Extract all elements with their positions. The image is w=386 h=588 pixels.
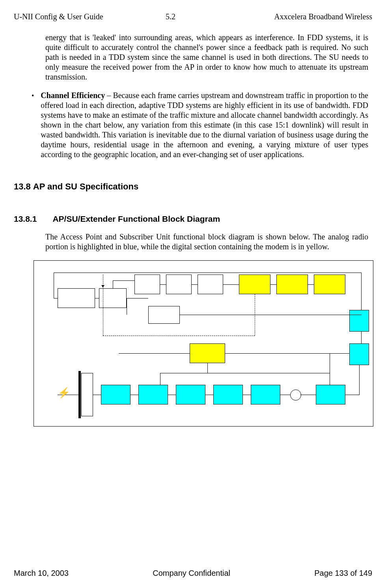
block-cyan xyxy=(138,385,168,404)
footer-left: March 10, 2003 xyxy=(14,568,69,578)
block xyxy=(134,275,160,294)
footer-center: Company Confidential xyxy=(153,568,230,578)
block xyxy=(166,275,192,294)
header-right: Axxcelera Broadband Wireless xyxy=(274,12,372,22)
connector-bar xyxy=(78,371,81,418)
bullet-channel-efficiency: • Channel Efficiency – Because each fram… xyxy=(32,91,368,160)
block-tall xyxy=(81,373,93,416)
block-cyan xyxy=(251,385,280,404)
block xyxy=(198,275,223,294)
page-footer: March 10, 2003 Company Confidential Page… xyxy=(14,568,372,578)
block xyxy=(148,306,180,324)
block-cyan xyxy=(213,385,243,404)
block-diagram: ⚡ xyxy=(34,260,373,427)
block-cyan xyxy=(316,385,345,404)
subsection-heading-13-8-1: 13.8.1 AP/SU/Extender Functional Block D… xyxy=(14,214,372,224)
bolt-icon: ⚡ xyxy=(58,387,70,400)
bullet-lead: Channel Efficiency xyxy=(41,91,105,100)
block-cyan xyxy=(101,385,131,404)
circle-node xyxy=(290,390,301,401)
block-yellow xyxy=(190,343,225,363)
subsection-title: AP/SU/Extender Functional Block Diagram xyxy=(52,214,220,224)
block-cyan xyxy=(176,385,205,404)
page-header: U-NII Config & User Guide Axxcelera Broa… xyxy=(14,12,372,22)
section-heading-13-8: 13.8 AP and SU Specifications xyxy=(14,181,372,192)
block-yellow xyxy=(239,275,270,294)
block-yellow xyxy=(276,275,308,294)
section-title: AP and SU Specifications xyxy=(33,181,138,192)
subsection-number: 13.8.1 xyxy=(14,214,37,224)
section-number: 13.8 xyxy=(14,181,31,192)
paragraph-block-diagram: The Access Point and Subscriber Unit fun… xyxy=(45,232,368,252)
bullet-text: Channel Efficiency – Because each frame … xyxy=(41,91,368,160)
block-cyan xyxy=(349,310,369,332)
block-cyan xyxy=(349,343,369,365)
block xyxy=(58,288,95,308)
block-yellow xyxy=(314,275,345,294)
footer-right: Page 133 of 149 xyxy=(314,568,372,578)
bullet-rest: – Because each frame carries upstream an… xyxy=(41,91,368,159)
header-center: 5.2 xyxy=(166,12,175,22)
bullet-marker: • xyxy=(32,91,34,160)
header-left: U-NII Config & User Guide xyxy=(14,12,103,22)
paragraph-energy: energy that is 'leaked' into surrounding… xyxy=(45,33,368,82)
